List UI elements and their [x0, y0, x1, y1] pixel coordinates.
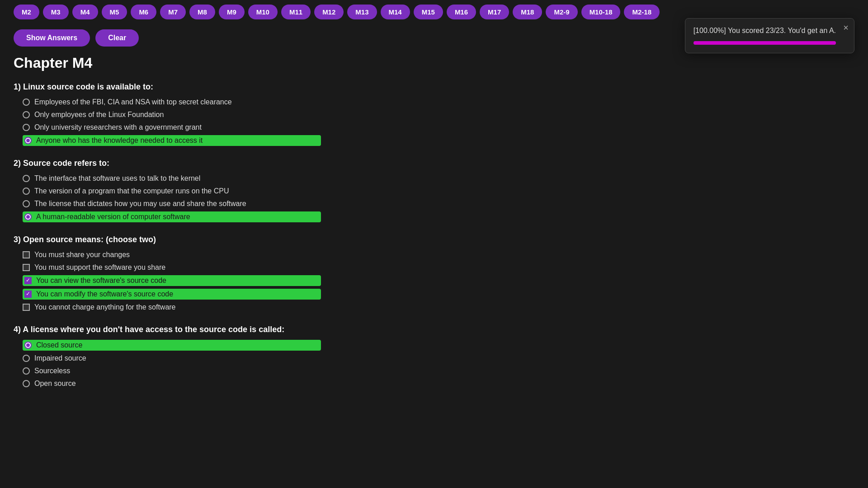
radio-unselected-icon: [23, 380, 30, 387]
score-popup-text: [100.00%] You scored 23/23. You'd get an…: [693, 27, 836, 35]
radio-unselected-icon: [23, 188, 30, 195]
option-4-0[interactable]: Closed source: [23, 340, 321, 351]
option-label-3-3: You can modify the software's source cod…: [36, 290, 173, 298]
nav-btn-m4[interactable]: M4: [72, 5, 98, 19]
nav-btn-m18[interactable]: M18: [513, 5, 542, 19]
option-3-0[interactable]: You must share your changes: [23, 250, 484, 260]
option-3-4[interactable]: You cannot charge anything for the softw…: [23, 302, 484, 312]
score-popup-bar: [693, 41, 836, 45]
question-text-1: 1) Linux source code is available to:: [14, 82, 484, 92]
nav-btn-m10-18[interactable]: M10-18: [581, 5, 621, 19]
option-label-1-3: Anyone who has the knowledge needed to a…: [36, 136, 203, 145]
nav-btn-m11[interactable]: M11: [281, 5, 311, 19]
question-1: 1) Linux source code is available to:Emp…: [14, 82, 484, 146]
questions-container: 1) Linux source code is available to:Emp…: [14, 82, 484, 389]
option-label-4-1: Impaired source: [34, 354, 86, 362]
main-content: Chapter M4 1) Linux source code is avail…: [0, 55, 497, 419]
option-label-2-2: The license that dictates how you may us…: [34, 200, 246, 208]
radio-unselected-icon: [23, 367, 30, 375]
nav-btn-m2[interactable]: M2: [14, 5, 39, 19]
option-2-2[interactable]: The license that dictates how you may us…: [23, 199, 484, 209]
options-list-1: Employees of the FBI, CIA and NSA with t…: [14, 97, 484, 146]
nav-btn-m16[interactable]: M16: [447, 5, 476, 19]
option-label-2-0: The interface that software uses to talk…: [34, 174, 200, 183]
option-label-3-0: You must share your changes: [34, 251, 130, 259]
option-3-1[interactable]: You must support the software you share: [23, 263, 484, 272]
question-text-4: 4) A license where you don't have access…: [14, 325, 484, 334]
option-2-0[interactable]: The interface that software uses to talk…: [23, 174, 484, 183]
show-answers-button[interactable]: Show Answers: [14, 29, 90, 47]
nav-btn-m9[interactable]: M9: [219, 5, 245, 19]
nav-btn-m7[interactable]: M7: [160, 5, 186, 19]
option-1-0[interactable]: Employees of the FBI, CIA and NSA with t…: [23, 97, 484, 107]
option-2-1[interactable]: The version of a program that the comput…: [23, 186, 484, 196]
nav-btn-m17[interactable]: M17: [480, 5, 509, 19]
nav-btn-m15[interactable]: M15: [414, 5, 443, 19]
checkbox-checked-icon: [24, 277, 32, 284]
radio-unselected-icon: [23, 175, 30, 182]
option-label-3-1: You must support the software you share: [34, 263, 165, 272]
checkbox-unchecked-icon: [23, 264, 30, 271]
option-4-3[interactable]: Open source: [23, 379, 484, 389]
radio-selected-icon: [24, 213, 32, 221]
option-label-4-0: Closed source: [36, 341, 82, 349]
nav-btn-m2-18[interactable]: M2-18: [624, 5, 660, 19]
radio-unselected-icon: [23, 111, 30, 118]
option-label-2-3: A human-readable version of computer sof…: [36, 213, 190, 221]
option-2-3[interactable]: A human-readable version of computer sof…: [23, 211, 321, 222]
checkbox-unchecked-icon: [23, 304, 30, 311]
option-label-1-2: Only university researchers with a gover…: [34, 123, 202, 131]
radio-unselected-icon: [23, 355, 30, 362]
option-label-3-4: You cannot charge anything for the softw…: [34, 303, 176, 311]
question-2: 2) Source code refers to:The interface t…: [14, 159, 484, 222]
clear-button[interactable]: Clear: [95, 29, 139, 47]
radio-selected-icon: [24, 137, 32, 144]
nav-btn-m10[interactable]: M10: [248, 5, 278, 19]
score-popup: × [100.00%] You scored 23/23. You'd get …: [685, 18, 854, 53]
checkbox-checked-icon: [24, 291, 32, 298]
option-label-2-1: The version of a program that the comput…: [34, 187, 229, 195]
nav-btn-m5[interactable]: M5: [102, 5, 127, 19]
option-3-2[interactable]: You can view the software's source code: [23, 275, 321, 286]
radio-unselected-icon: [23, 99, 30, 106]
options-list-4: Closed sourceImpaired sourceSourcelessOp…: [14, 340, 484, 389]
option-4-1[interactable]: Impaired source: [23, 353, 484, 363]
option-label-1-1: Only employees of the Linux Foundation: [34, 111, 164, 119]
radio-selected-icon: [24, 342, 32, 349]
question-text-3: 3) Open source means: (choose two): [14, 235, 484, 244]
options-list-2: The interface that software uses to talk…: [14, 174, 484, 222]
score-popup-close-button[interactable]: ×: [843, 23, 849, 32]
score-popup-bar-bg: [693, 41, 836, 45]
question-4: 4) A license where you don't have access…: [14, 325, 484, 389]
nav-btn-m12[interactable]: M12: [314, 5, 344, 19]
chapter-title: Chapter M4: [14, 55, 484, 71]
option-1-1[interactable]: Only employees of the Linux Foundation: [23, 110, 484, 120]
option-3-3[interactable]: You can modify the software's source cod…: [23, 289, 321, 300]
radio-unselected-icon: [23, 124, 30, 131]
nav-btn-m3[interactable]: M3: [43, 5, 69, 19]
radio-unselected-icon: [23, 200, 30, 207]
option-4-2[interactable]: Sourceless: [23, 366, 484, 376]
option-label-4-2: Sourceless: [34, 367, 70, 375]
nav-btn-m6[interactable]: M6: [131, 5, 156, 19]
nav-btn-m2-9[interactable]: M2-9: [546, 5, 577, 19]
nav-btn-m13[interactable]: M13: [347, 5, 377, 19]
question-text-2: 2) Source code refers to:: [14, 159, 484, 168]
option-label-3-2: You can view the software's source code: [36, 277, 166, 285]
option-label-4-3: Open source: [34, 380, 76, 388]
nav-btn-m14[interactable]: M14: [381, 5, 410, 19]
question-3: 3) Open source means: (choose two)You mu…: [14, 235, 484, 312]
options-list-3: You must share your changesYou must supp…: [14, 250, 484, 312]
option-1-3[interactable]: Anyone who has the knowledge needed to a…: [23, 135, 321, 146]
option-1-2[interactable]: Only university researchers with a gover…: [23, 122, 484, 132]
nav-btn-m8[interactable]: M8: [189, 5, 215, 19]
checkbox-unchecked-icon: [23, 251, 30, 258]
option-label-1-0: Employees of the FBI, CIA and NSA with t…: [34, 98, 232, 106]
